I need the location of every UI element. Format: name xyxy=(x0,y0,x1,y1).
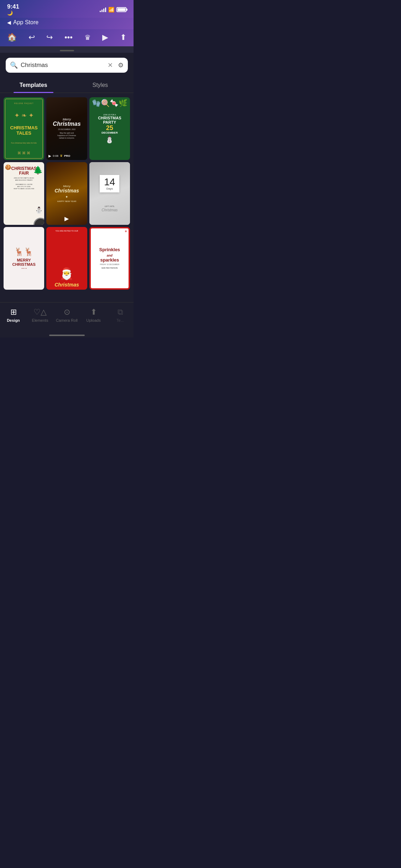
nav-item-camera[interactable]: ⊙ Camera Roll xyxy=(53,305,80,325)
status-left: 9:41 🌙 xyxy=(7,4,19,16)
status-bar: 9:41 🌙 📶 xyxy=(0,0,134,18)
status-time: 9:41 xyxy=(7,4,19,10)
tpl1-deco-top: ✦ ❧ ✦ xyxy=(14,112,34,119)
tpl6-unit: Days xyxy=(104,187,115,190)
signal-icon xyxy=(100,7,106,12)
tpl1-author: HELENE PAQUET xyxy=(14,102,34,104)
search-bar[interactable]: 🔍 Christmas ✕ ⚙ xyxy=(6,58,128,73)
app-store-bar[interactable]: ◀ App Store xyxy=(0,18,134,29)
share-icon[interactable]: ⬆ xyxy=(120,33,126,42)
redo-icon[interactable]: ↪ xyxy=(46,33,53,42)
tpl2-date: 25 DECEMBER, 2022 xyxy=(53,128,80,130)
camera-icon: ⊙ xyxy=(64,308,70,317)
status-right: 📶 xyxy=(100,7,126,12)
tpl2-play-icon: ▶ xyxy=(48,154,51,158)
template-card[interactable]: Merry Christmas 25 DECEMBER, 2022 May th… xyxy=(46,97,87,160)
template-card[interactable]: Merry Christmas ✦ HAPPY NEW YEAR ▶ xyxy=(46,162,87,225)
tpl2-duration: 0:08 xyxy=(53,154,58,157)
tpl3-date: 25 xyxy=(106,125,113,131)
filter-icon[interactable]: ⚙ xyxy=(118,61,124,69)
tpl4-details: JOIN US FOR CRAFTS, MUSICAND DELICIOUS T… xyxy=(14,177,34,190)
tpl9-date: FRIDAY 10 DECEMBER xyxy=(100,263,120,265)
app-store-label: App Store xyxy=(13,19,38,26)
elements-icon: ♡△ xyxy=(33,308,47,317)
tpl2-christmas: Christmas xyxy=(53,121,80,127)
nav-label-design: Design xyxy=(7,318,20,322)
tpl2-message: May the spirit andhappiness of Christmas… xyxy=(53,132,80,139)
tpl6-event: Christmas xyxy=(101,208,118,212)
tpl8-santa-icon: 🎅 xyxy=(59,267,74,280)
search-clear-icon[interactable]: ✕ xyxy=(108,61,113,69)
tpl9-snowflake-icon: ❄ xyxy=(125,230,127,233)
uploads-icon: ⬆ xyxy=(90,308,97,317)
play-icon[interactable]: ▶ xyxy=(102,33,108,42)
tpl6-label: LEFT UNTIL Christmas xyxy=(101,195,118,212)
crown-icon[interactable]: ♛ xyxy=(84,33,91,42)
toolbar: 🏠 ↩ ↪ ••• ♛ ▶ ⬆ xyxy=(0,29,134,46)
tpl5-happy: HAPPY NEW YEAR xyxy=(57,200,77,202)
template-card[interactable]: 🦌🦌 MERRYCHRISTMAS ✦ ✦ ✦ xyxy=(4,227,44,290)
template-card[interactable]: 14 Days LEFT UNTIL Christmas xyxy=(89,162,130,225)
nav-item-elements[interactable]: ♡△ Elements xyxy=(27,305,53,325)
home-icon[interactable]: 🏠 xyxy=(7,33,17,42)
tpl4-snowman-icon: ⛄ xyxy=(35,206,43,214)
template-card[interactable]: ❄ Sprinkles and sparkles FRIDAY 10 DECEM… xyxy=(89,227,130,290)
nav-item-uploads[interactable]: ⬆ Uploads xyxy=(80,305,107,325)
drag-indicator xyxy=(0,46,134,53)
search-container: 🔍 Christmas ✕ ⚙ xyxy=(0,53,134,77)
template-card[interactable]: YOU ARE INVITED TO OUR 🎅 Christmas xyxy=(46,227,87,290)
design-icon: ⊞ xyxy=(10,308,17,317)
tpl5-play-icon: ▶ xyxy=(64,215,69,222)
templates-grid: HELENE PAQUET ✦ ❧ ✦ CHRISTMASTALES Fun c… xyxy=(0,94,134,293)
main-content: 🔍 Christmas ✕ ⚙ Templates Styles HELENE … xyxy=(0,53,134,302)
search-query[interactable]: Christmas xyxy=(21,62,105,69)
template-card[interactable]: 🍪 🌲 CHRISTMASFAIR JOIN US FOR CRAFTS, MU… xyxy=(4,162,44,225)
battery-icon xyxy=(116,7,126,12)
wifi-icon: 📶 xyxy=(108,7,114,12)
tpl8-invited: YOU ARE INVITED TO OUR xyxy=(55,230,78,232)
nav-item-templates[interactable]: ⧉ Te... xyxy=(107,305,134,325)
more-options-icon[interactable]: ••• xyxy=(64,33,73,42)
tpl1-deco-bottom: ⌘ ⌘ ⌘ xyxy=(17,151,30,155)
tpl3-month: DECEMBER xyxy=(101,131,118,134)
tpl3-title: CHRISTMASPARTY xyxy=(98,116,121,124)
template-card[interactable]: HELENE PAQUET ✦ ❧ ✦ CHRISTMASTALES Fun c… xyxy=(4,97,44,160)
tpl9-price: $180 PER PERSON xyxy=(101,267,118,269)
tpl6-number: 14 xyxy=(104,177,115,187)
tpl7-deco: ✦ ✦ ✦ xyxy=(21,267,27,269)
undo-icon[interactable]: ↩ xyxy=(28,33,35,42)
tpl8-christmas: Christmas xyxy=(54,282,79,288)
template-card[interactable]: 🧤🍭🍬🌿 JOIN US FOR A CHRISTMASPARTY 25 DEC… xyxy=(89,97,130,160)
tab-templates[interactable]: Templates xyxy=(0,77,67,93)
home-indicator xyxy=(49,335,85,336)
tpl3-snowman-icon: ⛄ xyxy=(105,135,114,144)
tpl1-title: CHRISTMASTALES xyxy=(10,125,38,136)
tpl2-video-bar: ▶ 0:08 ♛ PRO xyxy=(48,154,85,158)
nav-label-elements: Elements xyxy=(32,318,48,322)
tpl4-cookie-icon: 🍪 xyxy=(5,164,11,170)
nav-item-design[interactable]: ⊞ Design xyxy=(0,305,27,325)
tpl5-merry: Merry xyxy=(63,185,70,188)
tpl3-decorations: 🧤🍭🍬🌿 xyxy=(91,99,129,107)
tpl5-star-icon: ✦ xyxy=(65,195,68,199)
tpl2-pro-label: PRO xyxy=(64,154,70,157)
nav-label-uploads: Uploads xyxy=(86,318,100,322)
tab-styles[interactable]: Styles xyxy=(67,77,134,93)
tpl4-tree-icon: 🌲 xyxy=(33,166,43,175)
moon-icon: 🌙 xyxy=(7,10,19,16)
selection-circle xyxy=(33,218,44,225)
tpl4-title: CHRISTMASFAIR xyxy=(11,166,36,176)
tpl7-merry: MERRYCHRISTMAS xyxy=(12,258,35,267)
back-arrow-icon: ◀ xyxy=(7,20,11,25)
tpl7-reindeer-icon: 🦌🦌 xyxy=(14,247,33,257)
nav-label-camera: Camera Roll xyxy=(56,318,78,322)
search-icon: 🔍 xyxy=(10,61,18,69)
home-bar xyxy=(0,332,134,337)
tpl6-bg xyxy=(89,162,130,225)
tpl5-christmas: Christmas xyxy=(54,188,79,193)
tpl9-sprinkles: Sprinkles and sparkles xyxy=(99,247,120,263)
nav-label-templates: Te... xyxy=(116,318,124,322)
drag-pill xyxy=(60,50,74,51)
tabs-container: Templates Styles xyxy=(0,77,134,93)
tpl1-subtitle: Fun christmas fairy tales for kids xyxy=(11,142,37,144)
